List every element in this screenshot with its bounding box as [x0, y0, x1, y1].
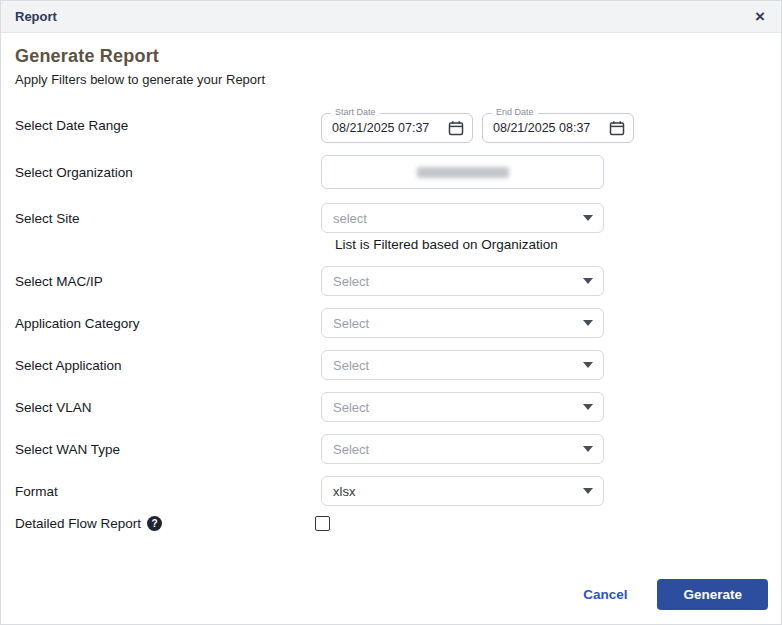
- format-label: Format: [15, 484, 321, 499]
- chevron-down-icon: [583, 446, 593, 452]
- generate-button[interactable]: Generate: [657, 579, 768, 610]
- chevron-down-icon: [583, 404, 593, 410]
- end-date-value[interactable]: 08/21/2025 08:37: [493, 121, 590, 135]
- vlan-select-placeholder: Select: [333, 400, 369, 415]
- organization-label: Select Organization: [15, 165, 321, 180]
- end-date-input[interactable]: End Date 08/21/2025 08:37: [482, 113, 634, 143]
- organization-row: Select Organization: [15, 155, 767, 189]
- start-date-float-label: Start Date: [331, 107, 380, 117]
- chevron-down-icon: [583, 278, 593, 284]
- dialog-content: Generate Report Apply Filters below to g…: [1, 33, 781, 578]
- mac-ip-select-placeholder: Select: [333, 274, 369, 289]
- app-category-select[interactable]: Select: [321, 308, 604, 338]
- vlan-label: Select VLAN: [15, 400, 321, 415]
- format-select[interactable]: xlsx: [321, 476, 604, 506]
- chevron-down-icon: [583, 362, 593, 368]
- dialog-title: Report: [15, 9, 57, 24]
- app-category-select-placeholder: Select: [333, 316, 369, 331]
- report-dialog: Report × Generate Report Apply Filters b…: [0, 0, 782, 625]
- start-date-input[interactable]: Start Date 08/21/2025 07:37: [321, 113, 473, 143]
- date-range-group: Start Date 08/21/2025 07:37 End Date 08/…: [321, 113, 634, 143]
- detailed-flow-label: Detailed Flow Report: [15, 516, 141, 531]
- page-subtitle: Apply Filters below to generate your Rep…: [15, 72, 767, 87]
- wan-type-row: Select WAN Type Select: [15, 434, 767, 464]
- chevron-down-icon: [583, 215, 593, 221]
- mac-ip-label: Select MAC/IP: [15, 274, 321, 289]
- wan-type-select[interactable]: Select: [321, 434, 604, 464]
- cancel-button[interactable]: Cancel: [583, 587, 627, 602]
- close-icon[interactable]: ×: [753, 6, 767, 27]
- dialog-footer: Cancel Generate: [1, 578, 781, 624]
- chevron-down-icon: [583, 320, 593, 326]
- detailed-flow-row: Detailed Flow Report ?: [15, 516, 767, 531]
- calendar-icon[interactable]: [609, 120, 625, 136]
- site-label: Select Site: [15, 211, 321, 226]
- vlan-select[interactable]: Select: [321, 392, 604, 422]
- dialog-header: Report ×: [1, 1, 781, 33]
- application-select[interactable]: Select: [321, 350, 604, 380]
- page-title: Generate Report: [15, 46, 767, 67]
- organization-input[interactable]: [321, 155, 604, 189]
- wan-type-select-placeholder: Select: [333, 442, 369, 457]
- site-helper-text: List is Filtered based on Organization: [335, 237, 767, 252]
- app-category-label: Application Category: [15, 316, 321, 331]
- start-date-value[interactable]: 08/21/2025 07:37: [332, 121, 429, 135]
- date-range-row: Select Date Range Start Date 08/21/2025 …: [15, 107, 767, 143]
- format-row: Format xlsx: [15, 476, 767, 506]
- organization-redacted-value: [417, 167, 509, 178]
- end-date-float-label: End Date: [492, 107, 538, 117]
- calendar-icon[interactable]: [448, 120, 464, 136]
- date-range-label: Select Date Range: [15, 118, 321, 133]
- chevron-down-icon: [583, 488, 593, 494]
- mac-ip-select[interactable]: Select: [321, 266, 604, 296]
- wan-type-label: Select WAN Type: [15, 442, 321, 457]
- site-select-placeholder: select: [333, 211, 367, 226]
- detailed-flow-checkbox[interactable]: [315, 516, 330, 531]
- application-label: Select Application: [15, 358, 321, 373]
- app-category-row: Application Category Select: [15, 308, 767, 338]
- help-icon[interactable]: ?: [147, 516, 162, 531]
- site-row: Select Site select: [15, 203, 767, 233]
- mac-ip-row: Select MAC/IP Select: [15, 266, 767, 296]
- application-select-placeholder: Select: [333, 358, 369, 373]
- vlan-row: Select VLAN Select: [15, 392, 767, 422]
- application-row: Select Application Select: [15, 350, 767, 380]
- format-select-value: xlsx: [333, 484, 355, 499]
- site-select[interactable]: select: [321, 203, 604, 233]
